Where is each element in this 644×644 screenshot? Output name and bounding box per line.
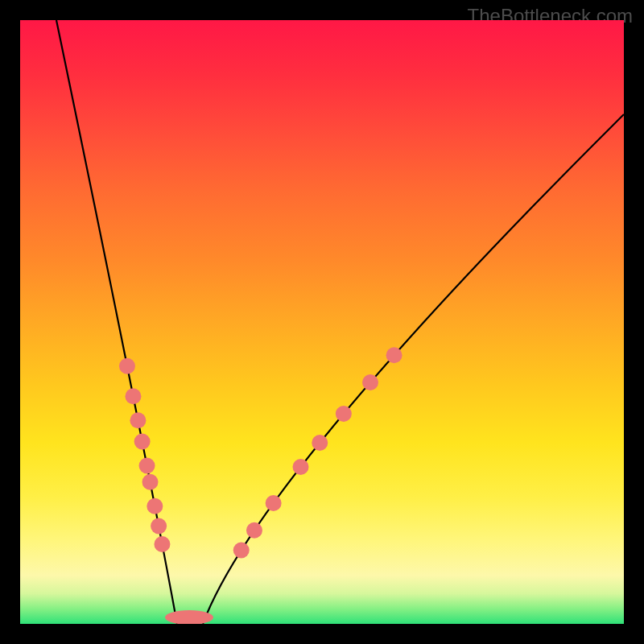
curve-marker — [362, 374, 378, 390]
curve-marker — [139, 458, 155, 474]
curve-marker — [246, 522, 262, 539]
curve-marker — [130, 412, 146, 428]
bottleneck-plot — [20, 20, 624, 624]
curve-marker — [386, 347, 402, 363]
right-curve — [203, 114, 624, 624]
curve-marker — [151, 518, 167, 535]
curves-svg — [20, 20, 624, 624]
curve-marker — [233, 543, 250, 559]
curve-marker — [147, 498, 163, 514]
curve-marker — [336, 406, 352, 422]
curve-marker — [266, 495, 282, 511]
curve-minimum-marker — [165, 610, 213, 624]
curve-marker — [293, 459, 309, 475]
curve-marker — [154, 536, 170, 552]
curve-marker — [134, 434, 151, 450]
curve-marker — [119, 358, 135, 374]
curve-marker — [312, 435, 328, 451]
curve-marker — [142, 474, 158, 490]
marker-overlay — [119, 347, 402, 624]
curve-marker — [125, 388, 141, 404]
